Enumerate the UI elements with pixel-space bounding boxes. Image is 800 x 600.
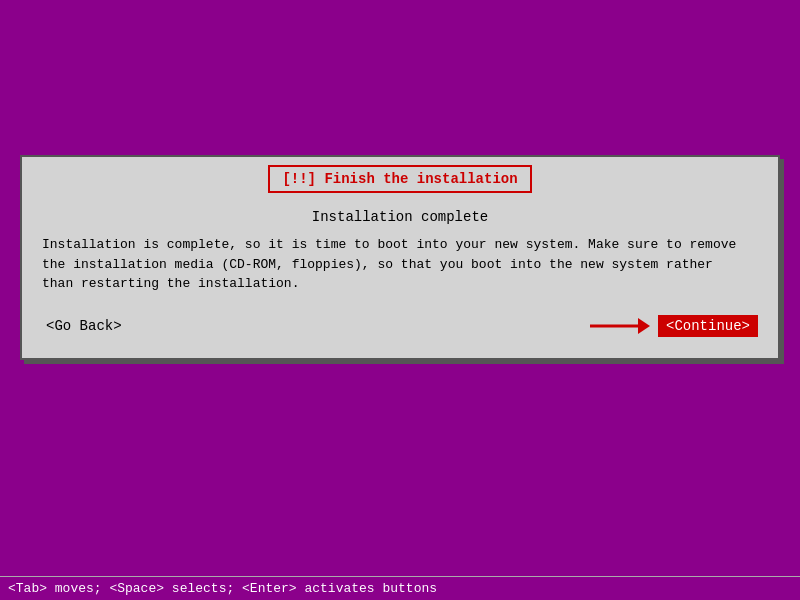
button-row: <Go Back> <Continue> — [42, 309, 758, 343]
status-bar-text: <Tab> moves; <Space> selects; <Enter> ac… — [8, 581, 437, 596]
description-line1: Installation is complete, so it is time … — [42, 237, 736, 252]
title-bar: [!!] Finish the installation — [22, 157, 778, 201]
svg-marker-1 — [638, 318, 650, 334]
dialog-body: Installation complete Installation is co… — [22, 201, 778, 358]
dialog-title: [!!] Finish the installation — [268, 165, 531, 193]
description-line2: the installation media (CD-ROM, floppies… — [42, 257, 713, 272]
description-line3: than restarting the installation. — [42, 276, 299, 291]
dialog-subtitle: Installation complete — [42, 209, 758, 225]
screen: [!!] Finish the installation Installatio… — [0, 0, 800, 600]
dialog-description: Installation is complete, so it is time … — [42, 235, 758, 294]
status-bar: <Tab> moves; <Space> selects; <Enter> ac… — [0, 576, 800, 600]
dialog-inner: [!!] Finish the installation Installatio… — [22, 157, 778, 358]
arrow-icon — [590, 314, 650, 338]
continue-button[interactable]: <Continue> — [658, 315, 758, 337]
go-back-button[interactable]: <Go Back> — [42, 316, 126, 336]
dialog-container: [!!] Finish the installation Installatio… — [20, 155, 780, 360]
continue-wrapper: <Continue> — [590, 314, 758, 338]
